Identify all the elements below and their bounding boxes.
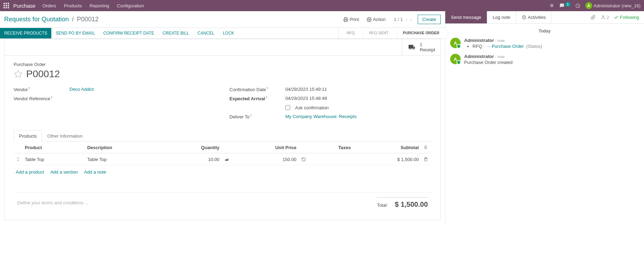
svg-rect-0 — [3, 3, 5, 4]
ask-confirmation-checkbox[interactable] — [285, 105, 290, 110]
priority-star-icon[interactable] — [14, 70, 23, 79]
drag-handle-icon[interactable] — [14, 154, 22, 165]
avatar-icon: A — [450, 38, 461, 48]
add-note-link[interactable]: Add a note — [84, 169, 106, 175]
col-unit-price: Unit Price — [232, 142, 299, 153]
svg-rect-4 — [6, 5, 7, 6]
vendor-field[interactable]: Deco Addict — [69, 87, 215, 92]
user-menu[interactable]: A Administrator (new_16) — [585, 2, 641, 9]
svg-rect-1 — [6, 3, 7, 4]
expected-arrival-field[interactable]: 04/29/2023 15:48:49 — [285, 96, 431, 101]
svg-point-19 — [602, 15, 604, 17]
cell-taxes[interactable] — [309, 154, 353, 165]
col-subtotal: Subtotal — [353, 142, 421, 153]
breadcrumb: Requests for Quotation / P00012 — [4, 16, 98, 23]
menu-orders[interactable]: Orders — [42, 3, 56, 8]
app-brand[interactable]: Purchase — [13, 3, 35, 9]
messaging-icon[interactable]: 1 — [559, 3, 570, 8]
following-button[interactable]: Following — [614, 15, 639, 20]
lock-button[interactable]: LOCK — [219, 28, 239, 38]
col-product: Product — [23, 142, 85, 153]
confirmation-date-label: Confirmation Date? — [229, 87, 285, 92]
messaging-count: 1 — [565, 2, 570, 6]
truck-icon — [407, 44, 416, 51]
tab-products[interactable]: Products — [14, 130, 42, 141]
create-button[interactable]: Create — [418, 15, 441, 24]
vendor-label: Vendor? — [14, 87, 69, 92]
deliver-to-label: Deliver To? — [229, 114, 285, 119]
receipt-label: Receipt — [420, 47, 435, 52]
pager-value[interactable]: 1 / 1 — [394, 17, 403, 22]
svg-rect-5 — [8, 5, 9, 6]
col-options-icon[interactable] — [422, 142, 431, 153]
refresh-price-icon[interactable] — [299, 154, 308, 165]
total-label: Total: — [377, 203, 388, 208]
svg-point-11 — [368, 19, 370, 20]
stage-purchase-order[interactable]: PURCHASE ORDER — [394, 28, 445, 38]
col-quantity: Quantity — [162, 142, 222, 153]
table-row[interactable]: Table Top Table Top 10.00 150.00 — [14, 154, 431, 165]
breadcrumb-separator: / — [72, 16, 74, 23]
send-po-email-button[interactable]: SEND PO BY EMAIL — [51, 28, 99, 38]
svg-rect-2 — [8, 3, 9, 4]
svg-rect-8 — [8, 7, 9, 8]
tab-other-information[interactable]: Other Information — [42, 130, 88, 141]
pager: 1 / 1 ‹ › — [394, 16, 412, 23]
svg-rect-3 — [3, 5, 5, 6]
receipt-stat-button[interactable]: 1 Receipt — [402, 39, 440, 55]
attachments-icon[interactable] — [591, 15, 596, 20]
pager-next-icon[interactable]: › — [410, 16, 412, 23]
message-time: - now — [495, 38, 505, 43]
confirmation-date-field[interactable]: 04/29/2023 15:49:11 — [285, 87, 431, 92]
pager-prev-icon[interactable]: ‹ — [405, 16, 407, 23]
breadcrumb-current: P00012 — [77, 16, 98, 23]
svg-point-9 — [551, 5, 553, 7]
deliver-to-field[interactable]: My Company Warehouse: Receipts — [285, 114, 431, 119]
stage-rfq-sent[interactable]: RFQ SENT — [360, 28, 394, 38]
menu-reporting[interactable]: Reporting — [89, 3, 109, 8]
title-label: Purchase Order — [14, 62, 431, 67]
col-taxes: Taxes — [309, 142, 353, 153]
add-product-link[interactable]: Add a product — [16, 169, 44, 175]
chatter-message: A Administrator - now Purchase Order cre… — [450, 54, 639, 65]
action-button[interactable]: Action — [364, 15, 388, 23]
svg-rect-7 — [6, 7, 7, 8]
cell-quantity[interactable]: 10.00 — [162, 154, 222, 165]
activities-icon[interactable] — [575, 3, 580, 8]
menu-configuration[interactable]: Configuration — [117, 3, 144, 8]
print-button[interactable]: Print — [341, 15, 362, 23]
terms-input[interactable]: Define your terms and conditions ... — [17, 200, 89, 205]
forecast-icon[interactable] — [222, 154, 231, 165]
nav-menu: Orders Products Reporting Configuration — [42, 3, 144, 8]
menu-products[interactable]: Products — [64, 3, 82, 8]
receive-products-button[interactable]: RECEIVE PRODUCTS — [0, 28, 51, 38]
debug-icon[interactable] — [549, 3, 554, 8]
message-author[interactable]: Administrator — [464, 54, 494, 59]
tracking-value: RFQ → Purchase Order (Status) — [473, 44, 542, 49]
cell-description[interactable]: Table Top — [85, 154, 162, 165]
confirm-receipt-date-button[interactable]: CONFIRM RECEIPT DATE — [99, 28, 159, 38]
ask-confirmation-label: Ask confirmation — [295, 105, 329, 110]
chatter-date-separator: Today — [450, 29, 639, 34]
create-bill-button[interactable]: CREATE BILL — [158, 28, 193, 38]
delete-row-icon[interactable] — [422, 154, 431, 165]
chatter-message: A Administrator - now RFQ → Purchase Ord… — [450, 38, 639, 49]
order-name[interactable]: P00012 — [26, 68, 60, 80]
send-message-button[interactable]: Send message — [445, 11, 487, 23]
receipt-count: 1 — [420, 42, 435, 47]
activities-button[interactable]: Activities — [516, 11, 551, 23]
apps-icon[interactable] — [3, 3, 9, 8]
user-avatar-icon: A — [585, 2, 592, 9]
cell-product[interactable]: Table Top — [23, 154, 85, 165]
stage-rfq[interactable]: RFQ — [338, 28, 360, 38]
avatar-icon: A — [450, 54, 461, 64]
log-note-button[interactable]: Log note — [487, 11, 517, 23]
add-section-link[interactable]: Add a section — [50, 169, 78, 175]
cancel-button[interactable]: CANCEL — [193, 28, 219, 38]
breadcrumb-root[interactable]: Requests for Quotation — [4, 16, 69, 23]
message-author[interactable]: Administrator — [464, 38, 494, 43]
followers-button[interactable]: 2 — [601, 15, 609, 20]
vendor-reference-label: Vendor Reference? — [14, 96, 69, 101]
col-description: Description — [85, 142, 162, 153]
cell-unit-price[interactable]: 150.00 — [232, 154, 299, 165]
